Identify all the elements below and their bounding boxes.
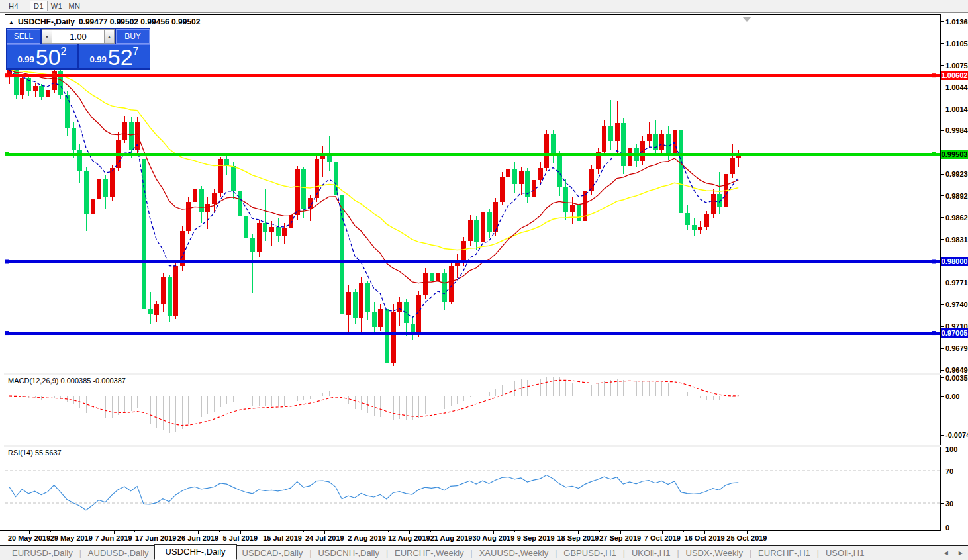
pane-separator[interactable] (4, 373, 968, 375)
timeframe-d1[interactable]: D1 (30, 1, 48, 11)
date-label: 16 Oct 2019 (685, 534, 725, 542)
date-tick-minor (642, 531, 642, 532)
axis-tick: 0.98315 (941, 235, 968, 244)
pane-separator[interactable] (4, 445, 968, 447)
date-label: 9 Sep 2019 (517, 534, 555, 542)
date-tick (578, 531, 579, 534)
volume-input[interactable]: 1.00 (52, 29, 104, 44)
tab-usoil-h1[interactable]: USOil-,H1 (820, 547, 870, 559)
date-label: 17 Jun 2019 (135, 534, 176, 542)
buy-price-big: 52 (108, 47, 133, 67)
date-tick (156, 531, 156, 534)
axis-tick: 0.99230 (941, 170, 968, 179)
tab-usdchf-daily[interactable]: USDCHF-,Daily (154, 544, 237, 560)
tick-dash (941, 43, 944, 44)
tick-dash (941, 449, 944, 449)
date-label: 12 Aug 2019 (388, 534, 430, 542)
tab-eurusd-daily[interactable]: EURUSD-,Daily (7, 547, 78, 559)
rsi-label: RSI(14) 55.5637 (8, 449, 62, 457)
axis-tick: 1.01055 (941, 39, 968, 48)
tab-separator: | (622, 549, 626, 558)
tab-ukoil-h1[interactable]: UKOil-,H1 (626, 547, 676, 559)
tick-dash (941, 130, 944, 131)
axis-tick: 0.99840 (941, 126, 968, 135)
level-anchor (5, 73, 9, 77)
date-tick-minor (93, 531, 93, 532)
level-anchor (932, 259, 936, 263)
sell-price-small: 0.99 (17, 54, 34, 64)
tab-usdcad-daily[interactable]: USDCAD-,Daily (237, 547, 309, 559)
tick-dash (941, 109, 944, 109)
tab-xauusd-weekly[interactable]: XAUUSD-,Weekly (474, 547, 554, 559)
tab-eurchf-weekly[interactable]: EURCHF-,Weekly (389, 547, 469, 559)
tick-dash (941, 283, 944, 283)
date-tick (114, 531, 115, 534)
tab-separator: | (78, 549, 83, 558)
volume-increase-icon[interactable]: ▲ (104, 29, 115, 44)
date-label: 7 Oct 2019 (644, 534, 681, 542)
collapse-arrow-icon[interactable]: ▲ (9, 19, 14, 25)
date-axis[interactable]: 20 May 201929 May 20197 Jun 201917 Jun 2… (5, 531, 940, 544)
tab-eurchf-h1[interactable]: EURCHF-,H1 (753, 547, 816, 559)
sell-price-button[interactable]: 0.99 50 2 (7, 44, 77, 68)
date-tick-minor (346, 531, 346, 532)
tab-gbpusd-h1[interactable]: GBPUSD-,H1 (558, 547, 621, 559)
timeframe-mn[interactable]: MN (66, 1, 83, 11)
tick-dash (941, 174, 944, 175)
chart-tab-bar: EURUSD-,Daily|AUDUSD-,DailyUSDCHF-,Daily… (0, 545, 968, 560)
tick-dash (941, 326, 944, 327)
axis-tick: 0.98925 (941, 191, 968, 200)
date-tick-minor (388, 531, 389, 532)
tab-usdcnh-daily[interactable]: USDCNH-,Daily (313, 547, 384, 559)
date-tick (324, 531, 325, 534)
price-level-badge: 0.99503 (941, 150, 968, 159)
timeframe-h4[interactable]: H4 (5, 1, 23, 11)
date-tick (367, 531, 367, 534)
date-tick (704, 531, 705, 534)
sell-button[interactable]: SELL (7, 29, 40, 44)
buy-button[interactable]: BUY (116, 29, 150, 44)
tick-dash (941, 396, 944, 397)
date-tick (662, 531, 663, 534)
date-tick (29, 531, 30, 534)
trading-terminal: H4D1W1MN ▲ USDCHF-,Daily 0.99477 0.99502… (0, 0, 968, 560)
volume-decrease-icon[interactable]: ▼ (42, 29, 52, 44)
tab-scroll-left-icon[interactable]: ◀ (944, 550, 948, 556)
tick-dash (941, 217, 944, 218)
tab-usdx-weekly[interactable]: USDX-,Weekly (681, 547, 748, 559)
level-anchor (5, 331, 9, 335)
candles (7, 66, 741, 369)
tab-separator: | (554, 549, 558, 558)
tick-dash (941, 239, 944, 240)
price-axis[interactable]: 1.013601.010551.007501.004451.001400.998… (941, 15, 968, 531)
date-label: 15 Jul 2019 (263, 534, 302, 542)
date-tick-minor (599, 531, 600, 532)
date-tick-minor (473, 531, 473, 532)
tick-dash (941, 370, 944, 371)
tick-dash (941, 87, 944, 87)
timeframe-w1[interactable]: W1 (48, 1, 66, 11)
price-level-badge: 0.97005 (941, 328, 968, 338)
macd-pane-canvas[interactable] (5, 375, 940, 445)
chart-title: ▲ USDCHF-,Daily 0.99477 0.99502 0.99456 … (9, 17, 200, 26)
macd-histogram (10, 377, 739, 433)
axis-tick: 0.96795 (941, 344, 968, 353)
date-tick-minor (514, 531, 515, 532)
date-label: 20 May 2019 (8, 534, 50, 542)
buy-price-button[interactable]: 0.99 52 7 (79, 44, 150, 68)
axis-tick: 70 (941, 467, 953, 475)
date-label: 29 May 2019 (50, 534, 93, 542)
buy-price-small: 0.99 (89, 54, 106, 64)
tick-dash (941, 65, 944, 66)
tab-audusd-daily[interactable]: AUDUSD-,Daily (83, 547, 154, 559)
rsi-pane-canvas[interactable] (5, 447, 940, 530)
axis-tick: 100 (941, 445, 957, 453)
date-tick-minor (557, 531, 557, 532)
tick-dash (941, 435, 944, 436)
date-label: 18 Sep 2019 (557, 534, 599, 542)
tab-separator: | (675, 549, 680, 558)
date-tick (747, 531, 748, 534)
axis-tick: 30 (941, 499, 953, 508)
price-level-badge: 1.00602 (941, 71, 968, 80)
tab-scroll-right-icon[interactable]: ▶ (959, 550, 963, 556)
